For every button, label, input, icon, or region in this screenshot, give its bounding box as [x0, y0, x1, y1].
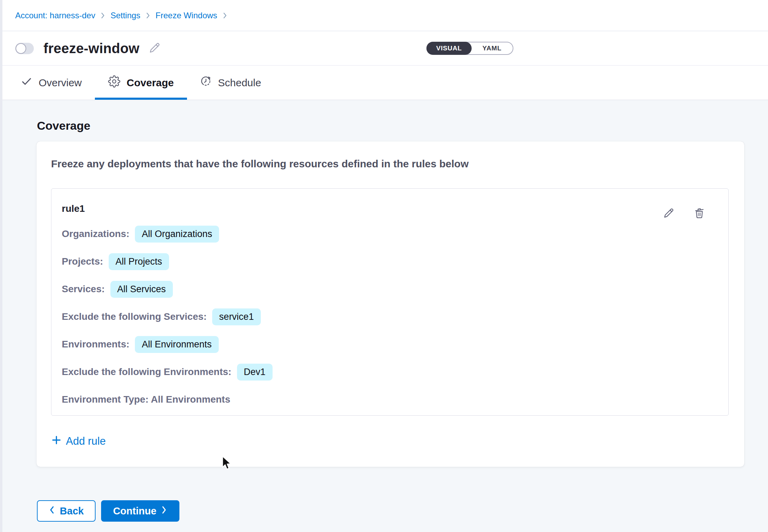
visual-yaml-toggle[interactable]: VISUAL YAML	[426, 42, 513, 55]
toggle-knob	[16, 43, 26, 54]
yaml-toggle-option[interactable]: YAML	[471, 42, 513, 54]
chevron-right-icon	[145, 12, 151, 19]
coverage-description: Freeze any deployments that have the fol…	[51, 158, 469, 170]
rule-name: rule1	[62, 203, 85, 214]
edit-rule-button[interactable]	[663, 207, 675, 220]
rule-row-exclude-environments: Exclude the following Environments: Dev1	[62, 358, 273, 386]
breadcrumb-settings-link[interactable]: Settings	[110, 11, 140, 20]
tab-schedule-label: Schedule	[218, 77, 261, 89]
breadcrumb: Account: harness-dev Settings Freeze Win…	[15, 11, 228, 20]
title-bar: freeze-window VISUAL YAML	[0, 31, 768, 66]
rule-row-tag: service1	[212, 308, 261, 325]
chevron-right-icon	[161, 505, 167, 517]
tab-coverage[interactable]: Coverage	[95, 66, 187, 100]
edit-title-button[interactable]	[148, 41, 161, 56]
continue-button[interactable]: Continue	[101, 500, 179, 522]
coverage-section-heading: Coverage	[37, 119, 90, 132]
rule-row-label: Organizations:	[62, 228, 129, 239]
breadcrumb-freeze-windows-link[interactable]: Freeze Windows	[156, 11, 217, 20]
rule-row-label: Environment Type: All Environments	[62, 394, 230, 405]
tab-coverage-label: Coverage	[127, 77, 174, 89]
chevron-left-icon	[49, 505, 55, 517]
tab-schedule[interactable]: Schedule	[187, 66, 274, 100]
rule-row-tag: All Environments	[135, 336, 219, 353]
rule-row-exclude-services: Exclude the following Services: service1	[62, 303, 273, 331]
rule-row-projects: Projects: All Projects	[62, 248, 273, 275]
visual-toggle-option[interactable]: VISUAL	[426, 42, 472, 55]
tab-bar: Overview Coverage Schedule	[0, 66, 768, 100]
tab-overview[interactable]: Overview	[8, 66, 95, 100]
chevron-right-icon	[222, 12, 228, 19]
page-title: freeze-window	[43, 41, 139, 56]
back-button-label: Back	[60, 505, 83, 517]
chevron-right-icon	[100, 12, 106, 19]
coverage-card: Freeze any deployments that have the fol…	[37, 141, 744, 467]
back-button[interactable]: Back	[37, 500, 96, 522]
check-icon	[21, 76, 32, 90]
add-rule-button[interactable]: Add rule	[52, 435, 106, 447]
add-rule-label: Add rule	[66, 435, 106, 447]
rule-row-tag: All Projects	[109, 253, 169, 270]
schedule-clock-icon	[200, 76, 212, 90]
trash-icon	[693, 207, 706, 220]
tab-overview-label: Overview	[39, 77, 82, 89]
pencil-icon	[663, 207, 675, 220]
rule-rows: Organizations: All Organizations Project…	[62, 220, 273, 413]
breadcrumb-bar: Account: harness-dev Settings Freeze Win…	[0, 0, 768, 31]
rule-row-services: Services: All Services	[62, 275, 273, 303]
rule-row-tag: Dev1	[237, 364, 273, 381]
plus-icon	[52, 435, 61, 447]
page-left-edge-strip	[0, 0, 2, 532]
rule-card: rule1 Organizations: All Organizations P…	[51, 188, 729, 416]
rule-row-environments: Environments: All Environments	[62, 331, 273, 358]
gear-icon	[108, 75, 120, 90]
rule-row-label: Services:	[62, 284, 105, 295]
rule-row-label: Environments:	[62, 339, 129, 350]
delete-rule-button[interactable]	[693, 207, 706, 220]
rule-actions	[663, 207, 706, 220]
rule-row-environment-type: Environment Type: All Environments	[62, 386, 273, 413]
rule-row-tag: All Services	[110, 281, 173, 298]
rule-row-label: Projects:	[62, 256, 103, 267]
rule-row-organizations: Organizations: All Organizations	[62, 220, 273, 248]
rule-row-tag: All Organizations	[135, 226, 219, 243]
freeze-enabled-toggle[interactable]	[15, 43, 34, 54]
rule-row-label: Exclude the following Services:	[62, 311, 207, 322]
breadcrumb-account-link[interactable]: Account: harness-dev	[15, 11, 95, 20]
continue-button-label: Continue	[113, 505, 157, 517]
pencil-icon	[148, 41, 161, 56]
rule-row-label: Exclude the following Environments:	[62, 366, 232, 377]
